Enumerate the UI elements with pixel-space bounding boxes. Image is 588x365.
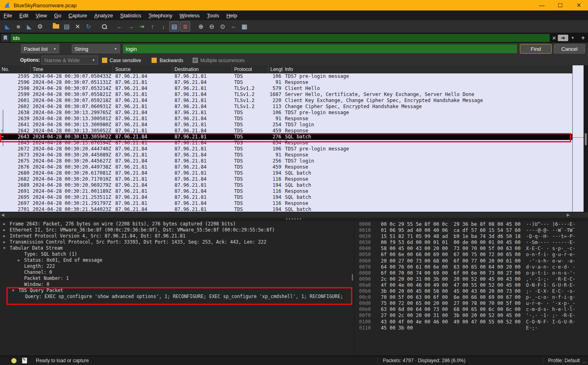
collapsed-arrow-icon[interactable]: ▶	[3, 221, 5, 227]
maximize-button[interactable]: ☐	[551, 0, 569, 10]
packet-row-2673[interactable]: 26732024-04-28 00:30:20.445089Z87.96.21.…	[0, 152, 572, 158]
resize-columns-icon[interactable]: ⇔	[229, 21, 239, 31]
packet-row-2598[interactable]: 25982024-04-28 00:30:07.053214Z87.96.21.…	[0, 86, 572, 92]
case-sensitive-checkbox[interactable]	[102, 58, 107, 63]
hex-row-0020[interactable]: 002015 51 82 71 05 99 48 ad b9 1e ba 74 …	[354, 234, 588, 240]
capture-comment-icon[interactable]	[22, 358, 27, 363]
close-button[interactable]: ✕	[569, 0, 588, 10]
menu-help[interactable]: Help	[223, 11, 241, 20]
packet-row-2642[interactable]: 26422024-04-28 00:30:13.305052Z87.96.21.…	[0, 128, 572, 134]
menu-analyze[interactable]: Analyze	[91, 11, 116, 20]
view-options-icon[interactable]: ▦	[239, 21, 249, 31]
menu-wireless[interactable]: Wireless	[176, 11, 204, 20]
expert-info-icon[interactable]	[11, 358, 17, 363]
packet-row-2643[interactable]: 26432024-04-28 00:30:13.305902Z87.96.21.…	[0, 134, 572, 140]
packet-list-minimap-scrollbar[interactable]	[572, 65, 584, 212]
packet-row-2697[interactable]: 26972024-04-28 00:30:21.291797Z87.96.21.…	[0, 200, 572, 206]
detail-line-7[interactable]: Length: 222	[0, 263, 354, 269]
detail-line-4[interactable]: ▼Tabular Data Stream	[0, 245, 354, 251]
colorize-icon[interactable]: ≣	[180, 21, 190, 31]
pane-splitter-horizontal[interactable]: ●●●●●●	[0, 218, 588, 221]
menu-go[interactable]: Go	[50, 11, 64, 20]
filter-bookmark-button[interactable]	[1, 34, 10, 42]
backwards-checkbox[interactable]	[152, 58, 157, 63]
menu-tools[interactable]: Tools	[203, 11, 222, 20]
detail-line-8[interactable]: Channel: 0	[0, 269, 354, 275]
hex-row-0000[interactable]: 000000 0c 29 55 5e 8f 00 0c 29 36 be 8f …	[354, 221, 588, 227]
column-header-source[interactable]: Source	[113, 65, 172, 73]
detail-line-3[interactable]: ▶Transmission Control Protocol, Src Port…	[0, 239, 354, 245]
collapsed-arrow-icon[interactable]: ▶	[3, 227, 5, 233]
minimize-button[interactable]: —	[532, 0, 551, 10]
goto-packet-icon[interactable]: ⇥	[137, 21, 147, 31]
packet-row-2675[interactable]: 26752024-04-28 00:30:20.445627Z87.96.21.…	[0, 158, 572, 164]
multiple-occurrences-checkbox[interactable]: ✓	[193, 58, 198, 63]
hex-row-0040[interactable]: 004058 00 45 00 43 00 20 00 73 00 70 00 …	[354, 246, 588, 252]
column-header-info[interactable]: Info	[283, 65, 572, 73]
hscroll-left-arrow[interactable]: ◀	[1, 213, 4, 217]
next-packet-icon[interactable]: →	[126, 21, 136, 31]
last-packet-icon[interactable]: ↓	[158, 21, 168, 31]
zoom-in-icon[interactable]: ⊕	[196, 21, 206, 31]
packet-row-2601[interactable]: 26012024-04-28 00:30:07.059218Z87.96.21.…	[0, 98, 572, 104]
packet-row-2602[interactable]: 26022024-04-28 00:30:07.060931Z87.96.21.…	[0, 104, 572, 110]
hex-row-00c0[interactable]: 00c070 00 5f 00 63 00 6f 00 6e 00 66 00 …	[354, 294, 588, 300]
packet-row-2599[interactable]: 25992024-04-28 00:30:07.055821Z87.96.21.…	[0, 92, 572, 98]
zoom-reset-icon[interactable]: ⊙	[218, 21, 228, 31]
packet-row-2676[interactable]: 26762024-04-28 00:30:20.449738Z87.96.21.…	[0, 164, 572, 170]
packet-row-2682[interactable]: 26822024-04-28 00:30:20.717010Z87.96.21.…	[0, 176, 572, 182]
packet-row-2672[interactable]: 26722024-04-28 00:30:20.444740Z87.96.21.…	[0, 146, 572, 152]
menu-view[interactable]: View	[32, 11, 50, 20]
hex-row-00e0[interactable]: 00e063 00 6d 00 64 00 73 00 68 00 65 00 …	[354, 307, 588, 313]
menu-capture[interactable]: Capture	[65, 11, 91, 20]
hex-row-00d0[interactable]: 00d075 00 72 00 65 00 20 00 27 00 78 00 …	[354, 300, 588, 307]
detail-line-10[interactable]: Window: 0	[0, 282, 354, 288]
column-header-protocol[interactable]: Protocol	[232, 65, 268, 73]
hex-row-00a0[interactable]: 00a04f 00 4e 00 46 00 49 00 47 00 55 00 …	[354, 282, 588, 288]
detail-line-0[interactable]: ▶Frame 2643: Packet, 276 bytes on wire (…	[0, 221, 354, 227]
menu-file[interactable]: File	[0, 11, 16, 20]
first-packet-icon[interactable]: ↑	[148, 21, 158, 31]
zoom-out-icon[interactable]: ⊖	[207, 21, 217, 31]
hex-row-0110[interactable]: 011045 00 3b 00E·;·	[354, 325, 588, 331]
stop-capture-icon[interactable]: ■	[13, 21, 23, 31]
detail-line-9[interactable]: Packet Number: 1	[0, 275, 354, 282]
cancel-button[interactable]: Cancel	[554, 44, 585, 54]
hex-row-0080[interactable]: 00806f 00 70 00 74 00 69 00 6f 00 6e 00 …	[354, 270, 588, 276]
detail-line-5[interactable]: Type: SQL batch (1)	[0, 251, 354, 257]
hex-row-0060[interactable]: 006020 00 27 00 73 00 68 00 6f 00 77 00 …	[354, 258, 588, 264]
find-packet-icon[interactable]	[99, 21, 109, 31]
hex-row-0030[interactable]: 003000 f9 53 6d 00 00 01 01 00 de 00 00 …	[354, 240, 588, 246]
menu-edit[interactable]: Edit	[16, 11, 32, 20]
start-capture-icon[interactable]: ◣	[2, 21, 12, 31]
add-filter-button[interactable]: +	[581, 34, 585, 42]
close-file-icon[interactable]: ✕	[73, 21, 83, 31]
hex-row-0050[interactable]: 00506f 00 6e 00 66 00 69 00 67 00 75 00 …	[354, 252, 588, 258]
packet-row-2639[interactable]: 26392024-04-28 00:30:13.300501Z87.96.21.…	[0, 116, 572, 122]
hex-row-00f0[interactable]: 00f027 00 2c 00 20 00 31 00 3b 00 20 00 …	[354, 313, 588, 319]
packet-row-2645[interactable]: 26452024-04-28 00:30:13.676594Z87.96.21.…	[0, 140, 572, 146]
vscrollbar-thumb[interactable]	[585, 133, 587, 145]
display-filter-input[interactable]: tds	[10, 34, 550, 42]
clear-filter-button[interactable]: ✕	[551, 34, 558, 42]
packet-row-2638[interactable]: 26382024-04-28 00:30:13.299765Z87.96.21.…	[0, 110, 572, 116]
packet-row-2695[interactable]: 26952024-04-28 00:30:21.253511Z87.96.21.…	[0, 194, 572, 200]
find-input[interactable]: login	[123, 44, 517, 53]
resize-grip[interactable]: ▪▪▪	[582, 361, 587, 364]
column-header-destination[interactable]: Destination	[172, 65, 232, 73]
collapsed-arrow-icon[interactable]: ▶	[3, 233, 5, 239]
apply-filter-button[interactable]: ➔	[558, 35, 568, 41]
packet-list-vscrollbar[interactable]	[584, 65, 588, 212]
packet-row-2596[interactable]: 25962024-04-28 00:30:07.051131Z87.96.21.…	[0, 79, 572, 86]
auto-scroll-icon[interactable]: ▤	[169, 21, 179, 31]
find-button[interactable]: Find	[520, 44, 552, 54]
detail-line-12[interactable]: Query: EXEC sp_configure 'show advanced …	[0, 294, 354, 300]
previous-packet-icon[interactable]: ←	[115, 21, 125, 31]
packet-row-2680[interactable]: 26802024-04-28 00:30:20.617081Z87.96.21.…	[0, 170, 572, 176]
detail-line-6[interactable]: ▶Status: 0x01, End of message	[0, 257, 354, 263]
packet-row-2595[interactable]: 25952024-04-28 00:30:07.050433Z87.96.21.…	[0, 73, 572, 79]
find-type-select[interactable]: String▼	[72, 44, 120, 53]
detail-line-2[interactable]: ▶Internet Protocol Version 4, Src: 87.96…	[0, 233, 354, 239]
profile-indicator[interactable]: Profile: Default	[543, 357, 580, 364]
packet-row-2691[interactable]: 26912024-04-28 00:30:21.001189Z87.96.21.…	[0, 188, 572, 194]
